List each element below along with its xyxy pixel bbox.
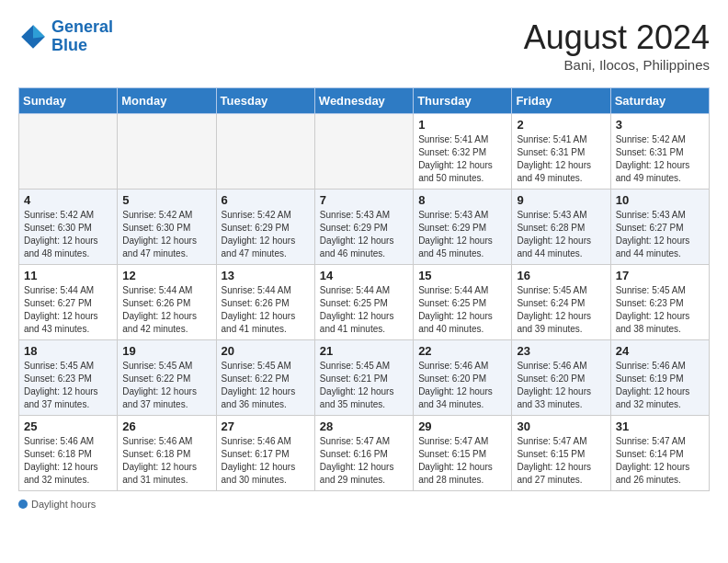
logo-text: General Blue: [51, 18, 113, 55]
day-detail: Sunrise: 5:45 AMSunset: 6:22 PMDaylight:…: [222, 360, 310, 411]
calendar-cell-12: 12 Sunrise: 5:44 AMSunset: 6:26 PMDaylig…: [118, 265, 216, 340]
calendar-body: 1 Sunrise: 5:41 AMSunset: 6:32 PMDayligh…: [19, 114, 710, 491]
day-number: 27: [222, 419, 310, 433]
month-year-title: August 2024: [524, 18, 710, 57]
day-number: 6: [222, 193, 310, 207]
calendar-cell-19: 19 Sunrise: 5:45 AMSunset: 6:22 PMDaylig…: [118, 340, 216, 416]
day-number: 20: [222, 344, 310, 358]
calendar-cell-10: 10 Sunrise: 5:43 AMSunset: 6:27 PMDaylig…: [610, 190, 709, 265]
calendar-cell-6: 6 Sunrise: 5:42 AMSunset: 6:29 PMDayligh…: [216, 190, 314, 265]
calendar-cell-28: 28 Sunrise: 5:47 AMSunset: 6:16 PMDaylig…: [314, 416, 413, 491]
day-detail: Sunrise: 5:46 AMSunset: 6:19 PMDaylight:…: [616, 360, 704, 411]
day-detail: Sunrise: 5:45 AMSunset: 6:24 PMDaylight:…: [517, 284, 605, 336]
calendar-cell-31: 31 Sunrise: 5:47 AMSunset: 6:14 PMDaylig…: [610, 416, 709, 491]
day-number: 8: [418, 193, 506, 207]
footer: Daylight hours: [18, 499, 710, 510]
calendar-cell-15: 15 Sunrise: 5:44 AMSunset: 6:25 PMDaylig…: [414, 265, 512, 340]
day-number: 29: [418, 419, 506, 433]
calendar-cell-8: 8 Sunrise: 5:43 AMSunset: 6:29 PMDayligh…: [414, 190, 512, 265]
calendar-cell-18: 18 Sunrise: 5:45 AMSunset: 6:23 PMDaylig…: [19, 340, 118, 416]
day-number: 12: [122, 269, 210, 282]
calendar-header: SundayMondayTuesdayWednesdayThursdayFrid…: [19, 88, 710, 114]
day-detail: Sunrise: 5:41 AMSunset: 6:32 PMDaylight:…: [418, 133, 506, 185]
calendar-week-5: 25 Sunrise: 5:46 AMSunset: 6:18 PMDaylig…: [19, 416, 710, 491]
logo-icon: [18, 22, 48, 52]
calendar-cell-2: 2 Sunrise: 5:41 AMSunset: 6:31 PMDayligh…: [512, 114, 610, 190]
calendar-week-1: 1 Sunrise: 5:41 AMSunset: 6:32 PMDayligh…: [19, 114, 710, 190]
calendar-cell-4: 4 Sunrise: 5:42 AMSunset: 6:30 PMDayligh…: [19, 190, 118, 265]
col-header-tuesday: Tuesday: [216, 88, 314, 114]
day-number: 18: [24, 344, 112, 358]
calendar-cell-5: 5 Sunrise: 5:42 AMSunset: 6:30 PMDayligh…: [118, 190, 216, 265]
calendar-cell-30: 30 Sunrise: 5:47 AMSunset: 6:15 PMDaylig…: [512, 416, 610, 491]
calendar-cell-25: 25 Sunrise: 5:46 AMSunset: 6:18 PMDaylig…: [19, 416, 118, 491]
day-number: 30: [517, 419, 605, 433]
logo-line1: General: [51, 17, 113, 36]
day-number: 16: [517, 269, 605, 282]
calendar-cell-1: 1 Sunrise: 5:41 AMSunset: 6:32 PMDayligh…: [414, 114, 512, 190]
header-row: SundayMondayTuesdayWednesdayThursdayFrid…: [19, 88, 710, 114]
day-detail: Sunrise: 5:41 AMSunset: 6:31 PMDaylight:…: [517, 133, 605, 185]
day-detail: Sunrise: 5:46 AMSunset: 6:17 PMDaylight:…: [222, 435, 310, 487]
daylight-legend: Daylight hours: [18, 499, 96, 510]
day-number: 7: [320, 193, 408, 207]
day-detail: Sunrise: 5:44 AMSunset: 6:25 PMDaylight:…: [320, 284, 408, 336]
day-detail: Sunrise: 5:44 AMSunset: 6:27 PMDaylight:…: [24, 284, 112, 336]
day-detail: Sunrise: 5:46 AMSunset: 6:18 PMDaylight:…: [122, 435, 210, 487]
calendar-cell-7: 7 Sunrise: 5:43 AMSunset: 6:29 PMDayligh…: [314, 190, 413, 265]
calendar-cell-22: 22 Sunrise: 5:46 AMSunset: 6:20 PMDaylig…: [414, 340, 512, 416]
day-detail: Sunrise: 5:47 AMSunset: 6:16 PMDaylight:…: [320, 435, 408, 487]
col-header-wednesday: Wednesday: [314, 88, 413, 114]
location-subtitle: Bani, Ilocos, Philippines: [524, 57, 710, 73]
calendar-cell-empty: [118, 114, 216, 190]
calendar-cell-14: 14 Sunrise: 5:44 AMSunset: 6:25 PMDaylig…: [314, 265, 413, 340]
calendar-cell-empty: [216, 114, 314, 190]
day-detail: Sunrise: 5:46 AMSunset: 6:20 PMDaylight:…: [418, 360, 506, 411]
calendar-cell-27: 27 Sunrise: 5:46 AMSunset: 6:17 PMDaylig…: [216, 416, 314, 491]
day-number: 24: [616, 344, 704, 358]
day-detail: Sunrise: 5:44 AMSunset: 6:26 PMDaylight:…: [222, 284, 310, 336]
calendar-cell-16: 16 Sunrise: 5:45 AMSunset: 6:24 PMDaylig…: [512, 265, 610, 340]
daylight-dot: [18, 500, 28, 509]
day-detail: Sunrise: 5:42 AMSunset: 6:29 PMDaylight:…: [222, 209, 310, 260]
day-detail: Sunrise: 5:42 AMSunset: 6:31 PMDaylight:…: [616, 133, 704, 185]
calendar-week-2: 4 Sunrise: 5:42 AMSunset: 6:30 PMDayligh…: [19, 190, 710, 265]
day-number: 10: [616, 193, 704, 207]
svg-marker-1: [33, 25, 45, 38]
col-header-friday: Friday: [512, 88, 610, 114]
day-number: 17: [616, 269, 704, 282]
calendar-cell-3: 3 Sunrise: 5:42 AMSunset: 6:31 PMDayligh…: [610, 114, 709, 190]
day-detail: Sunrise: 5:44 AMSunset: 6:26 PMDaylight:…: [122, 284, 210, 336]
calendar-table: SundayMondayTuesdayWednesdayThursdayFrid…: [18, 87, 710, 491]
logo: General Blue: [18, 18, 113, 55]
calendar-cell-13: 13 Sunrise: 5:44 AMSunset: 6:26 PMDaylig…: [216, 265, 314, 340]
day-detail: Sunrise: 5:47 AMSunset: 6:14 PMDaylight:…: [616, 435, 704, 487]
day-detail: Sunrise: 5:45 AMSunset: 6:21 PMDaylight:…: [320, 360, 408, 411]
day-number: 31: [616, 419, 704, 433]
day-number: 4: [24, 193, 112, 207]
calendar-cell-21: 21 Sunrise: 5:45 AMSunset: 6:21 PMDaylig…: [314, 340, 413, 416]
day-detail: Sunrise: 5:45 AMSunset: 6:23 PMDaylight:…: [616, 284, 704, 336]
day-detail: Sunrise: 5:43 AMSunset: 6:28 PMDaylight:…: [517, 209, 605, 260]
calendar-cell-23: 23 Sunrise: 5:46 AMSunset: 6:20 PMDaylig…: [512, 340, 610, 416]
day-number: 13: [222, 269, 310, 282]
calendar-cell-24: 24 Sunrise: 5:46 AMSunset: 6:19 PMDaylig…: [610, 340, 709, 416]
day-detail: Sunrise: 5:43 AMSunset: 6:27 PMDaylight:…: [616, 209, 704, 260]
calendar-cell-empty: [314, 114, 413, 190]
day-detail: Sunrise: 5:47 AMSunset: 6:15 PMDaylight:…: [418, 435, 506, 487]
day-number: 11: [24, 269, 112, 282]
day-number: 26: [122, 419, 210, 433]
day-number: 2: [517, 118, 605, 132]
day-detail: Sunrise: 5:46 AMSunset: 6:20 PMDaylight:…: [517, 360, 605, 411]
day-number: 25: [24, 419, 112, 433]
col-header-saturday: Saturday: [610, 88, 709, 114]
day-detail: Sunrise: 5:43 AMSunset: 6:29 PMDaylight:…: [320, 209, 408, 260]
daylight-label: Daylight hours: [31, 499, 96, 510]
calendar-cell-11: 11 Sunrise: 5:44 AMSunset: 6:27 PMDaylig…: [19, 265, 118, 340]
day-detail: Sunrise: 5:46 AMSunset: 6:18 PMDaylight:…: [24, 435, 112, 487]
day-detail: Sunrise: 5:44 AMSunset: 6:25 PMDaylight:…: [418, 284, 506, 336]
day-detail: Sunrise: 5:47 AMSunset: 6:15 PMDaylight:…: [517, 435, 605, 487]
day-number: 22: [418, 344, 506, 358]
calendar-week-3: 11 Sunrise: 5:44 AMSunset: 6:27 PMDaylig…: [19, 265, 710, 340]
day-number: 9: [517, 193, 605, 207]
